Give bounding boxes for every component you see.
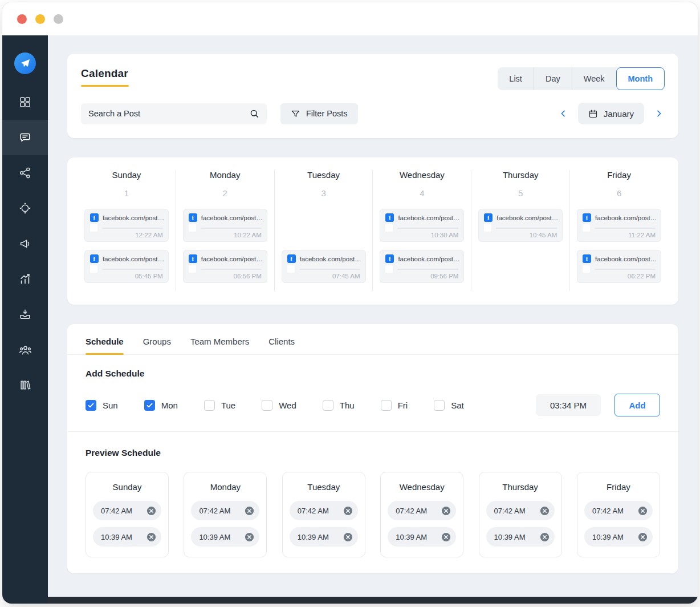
- day-checkbox-label: Sat: [451, 400, 464, 410]
- post-time: 06:22 PM: [628, 273, 656, 280]
- view-list[interactable]: List: [498, 67, 534, 90]
- post-time: 09:56 PM: [430, 273, 458, 280]
- remove-time-icon[interactable]: [540, 532, 550, 542]
- remove-time-icon[interactable]: [245, 532, 254, 542]
- post-card[interactable]: ffacebook.com/post… 10:22 AM: [183, 209, 267, 242]
- previous-month-button[interactable]: [557, 108, 569, 119]
- post-thumbnail: [189, 265, 196, 273]
- sidebar-item-analytics[interactable]: [2, 261, 48, 297]
- search-input[interactable]: [88, 109, 249, 118]
- remove-time-icon[interactable]: [146, 532, 156, 542]
- post-divider: [595, 228, 656, 229]
- post-card[interactable]: ffacebook.com/post… 06:22 PM: [577, 250, 661, 283]
- team-icon: [19, 343, 32, 357]
- tab-groups[interactable]: Groups: [143, 337, 171, 354]
- sidebar-item-connections[interactable]: [2, 155, 48, 191]
- post-thumbnail: [90, 224, 97, 232]
- post-link: facebook.com/post…: [398, 256, 459, 262]
- post-card[interactable]: ffacebook.com/post… 07:45 AM: [282, 250, 366, 283]
- preview-card-sunday: Sunday 07:42 AM 10:39 AM: [86, 472, 169, 557]
- close-window-button[interactable]: [17, 14, 27, 24]
- checkbox-unchecked-icon[interactable]: [434, 400, 445, 411]
- facebook-icon: f: [189, 213, 197, 222]
- day-checkbox-row: Sun Mon Tue Wed: [67, 379, 678, 431]
- app-logo[interactable]: [14, 52, 36, 74]
- post-time: 10:45 AM: [530, 232, 557, 238]
- view-month[interactable]: Month: [616, 67, 665, 90]
- post-divider: [496, 228, 557, 229]
- post-divider: [397, 269, 458, 270]
- remove-time-icon[interactable]: [441, 532, 451, 542]
- month-selector-button[interactable]: January: [578, 103, 644, 124]
- page-title: Calendar: [81, 67, 129, 80]
- minimize-window-button[interactable]: [35, 14, 45, 24]
- sidebar-item-distribute[interactable]: [2, 191, 48, 226]
- schedule-time-pill: 10:39 AM: [191, 527, 259, 547]
- day-checkbox-mon[interactable]: Mon: [144, 400, 178, 411]
- day-checkbox-thu[interactable]: Thu: [323, 400, 355, 411]
- sidebar-item-inbox[interactable]: [2, 297, 48, 332]
- post-card[interactable]: ffacebook.com/post… 09:56 PM: [380, 250, 464, 283]
- remove-time-icon[interactable]: [343, 532, 353, 542]
- post-divider: [102, 269, 163, 270]
- tab-clients[interactable]: Clients: [268, 337, 295, 354]
- day-checkbox-label: Tue: [221, 400, 235, 410]
- post-link: facebook.com/post…: [496, 215, 558, 221]
- remove-time-icon[interactable]: [146, 506, 156, 516]
- zoom-window-button[interactable]: [54, 14, 63, 24]
- facebook-icon: f: [583, 213, 591, 222]
- day-checkbox-wed[interactable]: Wed: [262, 400, 296, 411]
- sidebar-item-library[interactable]: [2, 367, 48, 403]
- post-card[interactable]: ffacebook.com/post… 10:45 AM: [478, 209, 563, 242]
- sidebar-item-dashboard[interactable]: [2, 84, 48, 120]
- pill-time: 10:39 AM: [101, 533, 132, 541]
- post-time: 10:30 AM: [431, 232, 459, 238]
- add-schedule-button[interactable]: Add: [614, 394, 660, 416]
- post-thumbnail: [189, 224, 196, 232]
- remove-time-icon[interactable]: [638, 506, 648, 516]
- view-day[interactable]: Day: [534, 67, 572, 90]
- tab-schedule[interactable]: Schedule: [86, 337, 124, 354]
- next-month-button[interactable]: [653, 108, 665, 119]
- post-card[interactable]: ffacebook.com/post… 12:22 AM: [84, 209, 169, 242]
- day-checkbox-tue[interactable]: Tue: [204, 400, 235, 411]
- checkbox-unchecked-icon[interactable]: [204, 400, 215, 411]
- post-card[interactable]: ffacebook.com/post… 10:30 AM: [380, 209, 464, 242]
- schedule-time-pill: 07:42 AM: [191, 501, 259, 520]
- view-week[interactable]: Week: [572, 67, 616, 90]
- post-divider: [595, 269, 656, 270]
- post-card[interactable]: ffacebook.com/post… 11:22 AM: [577, 209, 661, 242]
- pill-time: 10:39 AM: [199, 533, 230, 541]
- remove-time-icon[interactable]: [343, 506, 353, 516]
- day-checkbox-sun[interactable]: Sun: [86, 400, 118, 411]
- remove-time-icon[interactable]: [441, 506, 451, 516]
- checkbox-unchecked-icon[interactable]: [381, 400, 392, 411]
- day-checkbox-fri[interactable]: Fri: [381, 400, 408, 411]
- day-number: 2: [223, 188, 227, 198]
- post-card[interactable]: ffacebook.com/post… 06:56 PM: [183, 250, 267, 283]
- post-link: facebook.com/post…: [103, 256, 164, 262]
- sidebar-item-posts[interactable]: [2, 120, 48, 155]
- sidebar-item-announcements[interactable]: [2, 226, 48, 261]
- sidebar-item-team[interactable]: [2, 332, 48, 367]
- network-icon: [19, 167, 31, 179]
- day-number: 1: [124, 188, 129, 198]
- filter-posts-button[interactable]: Filter Posts: [280, 103, 358, 124]
- day-checkbox-sat[interactable]: Sat: [434, 400, 464, 411]
- remove-time-icon[interactable]: [540, 506, 550, 516]
- inbox-download-icon: [19, 308, 31, 321]
- search-box[interactable]: [81, 103, 267, 124]
- checkbox-checked-icon[interactable]: [144, 400, 155, 411]
- post-card[interactable]: ffacebook.com/post… 05:45 PM: [84, 250, 169, 283]
- day-name: Friday: [607, 170, 631, 180]
- preview-schedule-title: Preview Schedule: [67, 432, 678, 458]
- time-input[interactable]: 03:34 PM: [536, 394, 601, 416]
- checkbox-unchecked-icon[interactable]: [262, 400, 272, 411]
- checkbox-unchecked-icon[interactable]: [323, 400, 333, 411]
- remove-time-icon[interactable]: [638, 532, 648, 542]
- tab-team-members[interactable]: Team Members: [190, 337, 249, 354]
- preview-card-wednesday: Wednesday 07:42 AM 10:39 AM: [380, 472, 463, 557]
- day-name: Wednesday: [400, 170, 445, 180]
- remove-time-icon[interactable]: [245, 506, 254, 516]
- checkbox-checked-icon[interactable]: [86, 400, 96, 411]
